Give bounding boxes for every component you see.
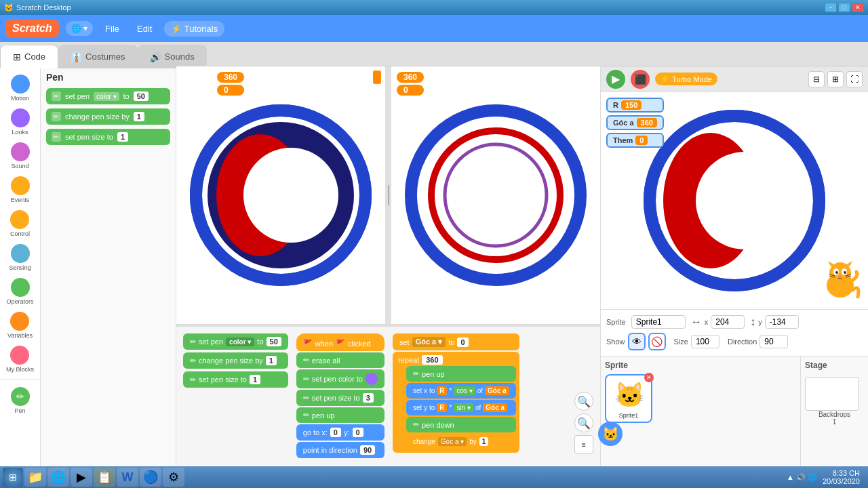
sidebar-item-myblocks[interactable]: My Blocks [5,343,35,375]
sprite-list-title: Sprite [605,361,628,370]
fullscreen-button[interactable]: ⛶ [846,71,863,87]
pen-circle: ✏ [11,387,30,406]
panel-divider-1[interactable] [386,66,391,324]
green-flag-button[interactable]: ▶ [606,70,625,89]
set-pen-size-block[interactable]: ✏ set pen size to 1 [46,129,170,145]
set-goca-block[interactable]: set Góc a ▾ to 0 [393,333,519,350]
cos-dropdown[interactable]: cos ▾ [454,386,475,395]
repeat-block[interactable]: repeat 360 ✏ pen up set x to R * cos ▾ [393,352,519,453]
pen-down-block[interactable]: ✏ pen down [406,417,516,432]
tab-code[interactable]: ⊞ Code [0,45,58,68]
color-dropdown[interactable]: color ▾ [94,92,119,101]
zoom-in-button[interactable]: 🔍 [574,392,593,411]
set-pen-color-script2[interactable]: ✏ set pen color to [296,369,384,388]
monitor-them-label: Them [613,136,633,144]
titlebar: 🐱 Scratch Desktop − □ ✕ [0,0,868,15]
sidebar-item-operators[interactable]: Operators [5,275,35,308]
show-hidden-button[interactable]: 🚫 [648,333,666,350]
zoom-out-button[interactable]: 🔍 [574,413,593,432]
sprite-name-input[interactable] [631,315,686,329]
sprite-thumb-sprite1[interactable]: ✕ 🐱 Sprite1 [605,374,652,423]
sidebar-item-sensing[interactable]: Sensing [7,241,33,274]
sidebar-item-control[interactable]: Control [9,207,31,240]
taskbar-word[interactable]: W [117,468,138,487]
goca-dropdown2[interactable]: Góc a ▾ [438,437,467,446]
sprite-delete-button[interactable]: ✕ [644,373,654,382]
maximize-button[interactable]: □ [838,3,850,12]
color-dd[interactable]: color ▾ [226,338,254,346]
normal-stage-button[interactable]: ⊞ [827,71,844,87]
stage-area: ▶ ⬛ ⚡ Turbo Mode ⊟ ⊞ ⛶ R 150 Góc a [600,66,868,488]
goca-dropdown[interactable]: Góc a ▾ [412,337,446,347]
show-visible-button[interactable]: 👁 [628,333,646,350]
sidebar-item-events[interactable]: Events [9,174,31,206]
pencil-icon5: ✏ [303,375,309,384]
when-clicked-block[interactable]: 🚩 when 🚩 clicked [296,333,384,351]
set-pen-size-script[interactable]: ✏ set pen size to 1 [183,371,288,388]
change-pen-size-block[interactable]: ✏ change pen size by 1 [46,108,170,125]
clock-time: 8:33 CH [823,469,860,477]
close-button[interactable]: ✕ [852,3,864,12]
globe-menu[interactable]: 🌐 ▾ [66,21,93,36]
sidebar-item-variables[interactable]: Variables [6,309,34,342]
sidebar-item-sound[interactable]: Sound [9,140,31,172]
taskbar-explorer[interactable]: 📁 [24,468,46,487]
erase-all-block[interactable]: ✏ erase all [296,352,384,368]
y-input[interactable] [765,315,799,329]
taskbar-media[interactable]: ▶ [71,468,92,487]
sensing-circle [11,244,30,263]
start-button[interactable]: ⊞ [3,468,23,487]
val-3: 3 [363,393,374,403]
badge-0-1: 0 [217,85,244,96]
taskbar-ie[interactable]: 🌐 [47,468,69,487]
set-pen-color-block[interactable]: ✏ set pen color ▾ to 50 [46,88,170,104]
block-label3: set pen size to [65,133,113,141]
tab-costumes[interactable]: 👔 Costumes [58,45,138,68]
zoom-controls: 🔍 🔍 ≡ [574,392,593,454]
sidebar-item-motion[interactable]: Motion [9,72,31,104]
setx-block[interactable]: set x to R * cos ▾ of Góc a [406,383,516,399]
val-1b: 1 [250,375,260,384]
file-menu[interactable]: File [100,21,125,37]
scratch-logo: Scratch [5,20,59,37]
goto-block[interactable]: go to x: 0 y: 0 [296,424,384,441]
sprite-list-header: Sprite [605,361,796,370]
set-pen-size-script2[interactable]: ✏ set pen size to 3 [296,390,384,406]
x-input[interactable] [711,315,745,329]
direction-input[interactable] [760,335,788,348]
panel-1: 360 0 [176,66,386,324]
size-label: Size [674,338,688,346]
small-stage-button[interactable]: ⊟ [808,71,825,87]
point-direction-block[interactable]: point in direction 90 [296,442,384,458]
change-goca-block[interactable]: change Góc a ▾ by 1 [406,434,516,449]
fit-button[interactable]: ≡ [574,435,593,454]
edit-menu[interactable]: Edit [132,21,157,37]
tutorials-menu[interactable]: ⚡ Tutorials [164,21,224,37]
r-var: R [437,386,447,395]
taskbar-settings[interactable]: ⚙ [163,468,184,487]
pen-up-block2[interactable]: ✏ pen up [406,366,516,382]
set-pen-color-script[interactable]: ✏ set pen color ▾ to 50 [183,333,288,350]
sidebar-item-pen[interactable]: ✏ Pen [9,384,31,417]
size-input[interactable] [691,335,719,348]
panel-indicator-1[interactable] [373,70,381,84]
titlebar-controls[interactable]: − □ ✕ [825,3,864,12]
sety-block[interactable]: set y to R * sin ▾ of Góc a [406,400,516,415]
badge-360-2: 360 [397,72,424,83]
stage-mini-thumb[interactable] [805,377,859,411]
pen-up-block[interactable]: ✏ pen up [296,407,384,423]
minimize-button[interactable]: − [825,3,837,12]
taskbar-scratch-icon[interactable]: 📋 [94,468,115,487]
pencil-icon8: ✏ [413,369,419,378]
add-sprite-button[interactable]: 🐱 [598,422,623,446]
color-value: 50 [134,92,149,101]
myblocks-label: My Blocks [6,366,34,373]
pen-label: Pen [14,407,25,414]
val-50: 50 [267,337,281,346]
tab-sounds[interactable]: 🔊 Sounds [138,45,207,68]
sidebar-item-looks[interactable]: Looks [9,106,31,138]
sin-dropdown[interactable]: sin ▾ [454,403,473,412]
stop-button[interactable]: ⬛ [631,70,650,89]
taskbar-chrome[interactable]: 🔵 [140,468,161,487]
change-pen-size-script[interactable]: ✏ change pen size by 1 [183,352,288,369]
